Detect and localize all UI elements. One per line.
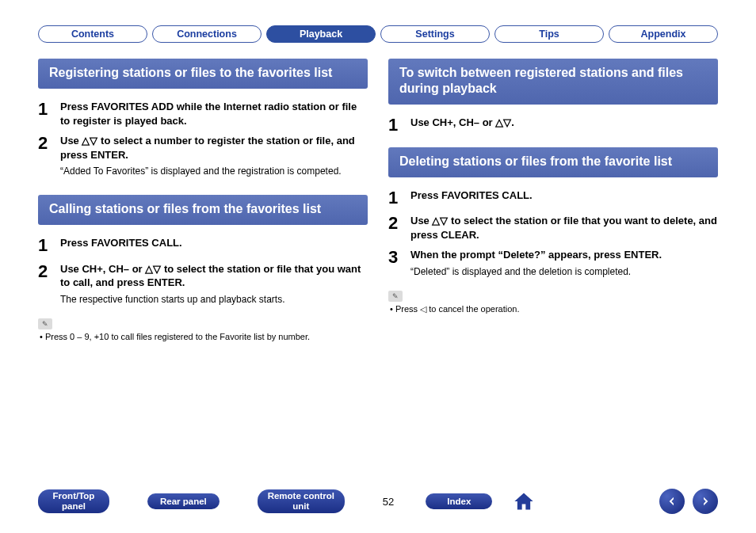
step-text: Use CH+, CH– or △▽ to select the station…	[60, 262, 368, 290]
page-arrows	[659, 489, 718, 514]
pencil-icon: ✎	[388, 291, 403, 302]
tab-playback[interactable]: Playback	[266, 25, 376, 43]
step-number: 1	[38, 100, 60, 128]
top-tab-bar: Contents Connections Playback Settings T…	[0, 0, 756, 43]
nav-front-top-panel[interactable]: Front/Top panel	[38, 489, 109, 512]
section-deleting-title: Deleting stations or files from the favo…	[388, 147, 718, 177]
tab-appendix[interactable]: Appendix	[609, 25, 718, 43]
page-number: 52	[383, 496, 394, 508]
step-text: Use △▽ to select a number to register th…	[60, 134, 368, 162]
step-text: Use CH+, CH– or △▽.	[410, 116, 718, 130]
step-number: 3	[388, 248, 410, 278]
step-text: Press FAVORITES CALL.	[60, 236, 368, 250]
deleting-step-2: 2 Use △▽ to select the station or file t…	[388, 214, 718, 242]
step-number: 1	[388, 188, 410, 207]
deleting-step-3: 3 When the prompt “Delete?” appears, pre…	[388, 248, 718, 278]
registering-step-2: 2 Use △▽ to select a number to register …	[38, 134, 368, 177]
pill-label: Front/Top panel	[46, 491, 101, 511]
nav-rear-panel[interactable]: Rear panel	[147, 493, 220, 510]
footnote-content: Press 0 – 9, +10 to call files registere…	[45, 332, 310, 341]
calling-step-2: 2 Use CH+, CH– or △▽ to select the stati…	[38, 262, 368, 306]
step-number: 2	[38, 134, 60, 177]
calling-step-1: 1 Press FAVORITES CALL.	[38, 236, 368, 255]
step-number: 2	[388, 214, 410, 242]
step-note: The respective function starts up and pl…	[60, 293, 368, 306]
tab-contents[interactable]: Contents	[38, 25, 147, 43]
step-text: When the prompt “Delete?” appears, press…	[410, 248, 718, 262]
next-page-button[interactable]	[693, 489, 718, 514]
step-text: Use △▽ to select the station or file tha…	[410, 214, 718, 242]
step-note: “Deleted” is displayed and the deletion …	[410, 265, 718, 278]
home-icon[interactable]	[513, 490, 535, 512]
pencil-icon: ✎	[38, 318, 52, 329]
section-registering-title: Registering stations or files to the fav…	[38, 59, 368, 89]
tab-tips[interactable]: Tips	[494, 25, 604, 43]
footnote-text: • Press ◁ to cancel the operation.	[390, 303, 718, 315]
nav-remote-control[interactable]: Remote control unit	[258, 489, 345, 512]
left-column: Registering stations or files to the fav…	[38, 59, 368, 343]
tab-connections[interactable]: Connections	[152, 25, 262, 43]
step-number: 1	[388, 116, 410, 135]
step-text: Press FAVORITES CALL.	[410, 188, 718, 203]
step-number: 2	[38, 262, 60, 306]
tab-settings[interactable]: Settings	[380, 25, 490, 43]
pill-label: Remote control unit	[265, 491, 337, 511]
step-number: 1	[38, 236, 60, 255]
bottom-nav-bar: Front/Top panel Rear panel Remote contro…	[0, 489, 756, 514]
nav-index[interactable]: Index	[426, 493, 492, 510]
main-content: Registering stations or files to the fav…	[0, 43, 756, 343]
registering-step-1: 1 Press FAVORITES ADD while the Internet…	[38, 100, 368, 128]
section-switch-title: To switch between registered stations an…	[388, 59, 718, 105]
step-note: “Added To Favorites” is displayed and th…	[60, 165, 368, 177]
footnote-text: • Press 0 – 9, +10 to call files registe…	[40, 331, 368, 343]
right-column: To switch between registered stations an…	[388, 59, 718, 343]
step-text: Press FAVORITES ADD while the Internet r…	[60, 100, 368, 128]
switch-step-1: 1 Use CH+, CH– or △▽.	[388, 116, 718, 135]
deleting-step-1: 1 Press FAVORITES CALL.	[388, 188, 718, 207]
section-calling-title: Calling stations or files from the favor…	[38, 195, 368, 225]
prev-page-button[interactable]	[659, 489, 685, 514]
footnote-content: Press ◁ to cancel the operation.	[395, 304, 520, 314]
